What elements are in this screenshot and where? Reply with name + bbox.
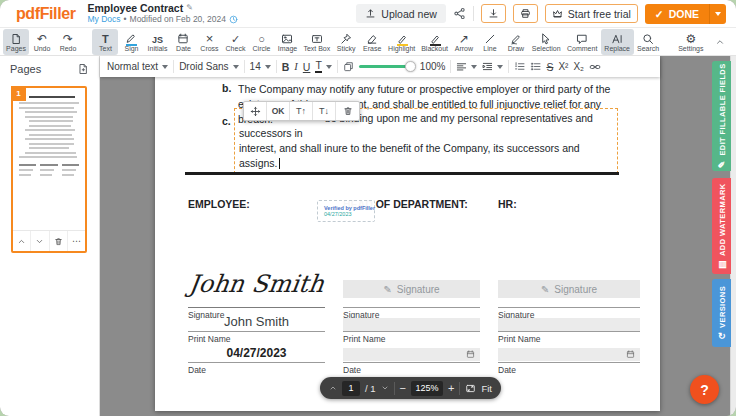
hod-date-field[interactable] — [343, 348, 480, 361]
hr-signature-field[interactable]: ✎ Signature — [498, 280, 640, 298]
page-thumbnail-card[interactable]: 1 — [11, 86, 87, 253]
tool-blackout[interactable]: Blackout — [418, 29, 451, 55]
document-page[interactable]: b. The Company may notify any future or … — [155, 56, 660, 411]
tool-sticky[interactable]: Sticky — [333, 29, 359, 55]
subscript-button[interactable]: X₂ — [573, 61, 584, 72]
done-dropdown-button[interactable] — [709, 4, 726, 24]
employee-heading: EMPLOYEE: — [188, 198, 325, 210]
pdffiller-logo[interactable]: pdfFiller — [16, 5, 76, 23]
font-size-dropdown[interactable]: 14 — [250, 61, 271, 72]
hod-signature-field[interactable]: ✎ Signature — [343, 280, 480, 298]
tab-add-watermark[interactable]: ▤ADD WATERMARK — [712, 178, 731, 274]
print-icon — [520, 8, 531, 19]
tool-text[interactable]: T Text — [92, 29, 118, 55]
employee-print-name-value[interactable]: John Smith — [188, 314, 325, 329]
modified-date: Modified on Feb 20, 2024 — [130, 15, 226, 24]
tool-initials[interactable]: JS Initials — [144, 29, 170, 55]
delete-field-button[interactable] — [336, 102, 359, 120]
tool-image[interactable]: Image — [274, 29, 300, 55]
hr-date-field[interactable] — [498, 348, 640, 361]
fit-icon — [465, 383, 476, 394]
fit-button[interactable]: Fit — [481, 383, 492, 394]
tool-erase[interactable]: Erase — [359, 29, 385, 55]
bullet-list-icon[interactable] — [530, 61, 541, 72]
hod-print-name-field[interactable] — [343, 318, 480, 331]
download-button[interactable] — [481, 4, 506, 23]
strikethrough-button[interactable]: S — [546, 61, 553, 73]
history-clock-icon[interactable] — [229, 15, 238, 24]
tool-undo[interactable]: ↶ Undo — [29, 29, 55, 55]
zoom-out-button[interactable]: − — [400, 382, 406, 394]
tool-date[interactable]: Date — [170, 29, 196, 55]
move-page-down-button[interactable] — [31, 231, 49, 251]
tool-check[interactable]: ✓ Check — [222, 29, 248, 55]
superscript-button[interactable]: X² — [558, 61, 568, 72]
tab-edit-fillable-fields[interactable]: ✎EDIT FILLABLE FIELDS — [712, 61, 731, 171]
tool-line[interactable]: Line — [477, 29, 503, 55]
italic-button[interactable]: I — [294, 61, 298, 72]
delete-page-button[interactable] — [50, 231, 68, 251]
tool-circle[interactable]: ○ Circle — [248, 29, 274, 55]
increase-font-button[interactable]: T↑ — [290, 102, 313, 120]
font-family-dropdown[interactable]: Droid Sans — [179, 61, 238, 72]
copy-style-icon[interactable] — [343, 61, 354, 72]
upload-new-button[interactable]: Upload new — [356, 4, 445, 23]
page-number-badge: 1 — [11, 86, 26, 101]
tab-versions[interactable]: ↻VERSIONS — [712, 279, 731, 347]
indent-dropdown[interactable] — [482, 61, 503, 72]
share-icon[interactable] — [453, 7, 466, 20]
link-icon[interactable] — [589, 61, 601, 73]
tool-draw[interactable]: Draw — [503, 29, 529, 55]
tool-arrow[interactable]: ↗ Arrow — [451, 29, 477, 55]
dot-separator: • — [124, 15, 127, 24]
bold-button[interactable]: B — [282, 61, 290, 73]
print-button[interactable] — [513, 4, 538, 23]
help-button[interactable]: ? — [690, 375, 719, 404]
feather-icon: ✎ — [383, 284, 391, 295]
move-field-button[interactable] — [244, 102, 267, 120]
tool-cross[interactable]: × Cross — [196, 29, 222, 55]
add-page-icon[interactable] — [77, 63, 89, 75]
tool-search[interactable]: Search — [634, 29, 663, 55]
my-docs-link[interactable]: My Docs — [88, 15, 121, 24]
document-info: Employee Contract ✎ My Docs • Modified o… — [88, 3, 238, 25]
slider-knob[interactable] — [405, 61, 416, 72]
hr-print-name-field[interactable] — [498, 318, 640, 331]
collapse-toolbar-chevron-icon[interactable] — [715, 37, 725, 47]
download-icon — [488, 8, 499, 19]
tool-comment[interactable]: Comment — [563, 29, 600, 55]
employee-signature-value[interactable]: John Smith — [186, 270, 327, 298]
next-page-button[interactable] — [381, 384, 389, 392]
current-page-input[interactable]: 1 — [342, 381, 360, 396]
start-free-trial-button[interactable]: Start free trial — [545, 4, 638, 23]
paragraph-style-dropdown[interactable]: Normal text — [107, 61, 168, 72]
previous-page-button[interactable] — [329, 384, 337, 392]
chevron-down-icon — [326, 65, 332, 69]
tool-redo[interactable]: ↷ Redo — [55, 29, 81, 55]
font-color-dropdown[interactable]: T — [315, 60, 331, 74]
tool-selection[interactable]: Selection — [529, 29, 564, 55]
tool-settings[interactable]: ⚙ Settings — [675, 29, 707, 55]
tool-replace[interactable]: Replace — [601, 29, 634, 55]
zoom-in-button[interactable]: + — [448, 382, 454, 394]
tool-sign[interactable]: Sign — [118, 29, 144, 55]
tool-pages[interactable]: Pages — [3, 29, 29, 55]
page-thumbnail-preview[interactable] — [13, 88, 85, 230]
done-button[interactable]: ✓ DONE — [645, 4, 709, 24]
move-page-up-button[interactable] — [13, 231, 31, 251]
zoom-level-input[interactable]: 125% — [411, 381, 443, 396]
decrease-font-button[interactable]: T↓ — [313, 102, 336, 120]
page-more-options-button[interactable]: ⋯ — [68, 231, 85, 251]
opacity-slider[interactable] — [359, 65, 411, 68]
underline-button[interactable]: U — [303, 61, 311, 73]
circle-icon: ○ — [258, 32, 265, 45]
edit-fields-icon: ✎ — [716, 159, 726, 169]
align-dropdown[interactable] — [456, 61, 477, 72]
employee-date-value[interactable]: 04/27/2023 — [188, 346, 325, 360]
tool-highlight[interactable]: Highlight — [385, 29, 418, 55]
numbered-list-icon[interactable] — [514, 61, 525, 72]
sticky-pin-icon — [340, 32, 352, 45]
ok-button[interactable]: OK — [267, 102, 290, 120]
tool-text-box[interactable]: Text Box — [300, 29, 333, 55]
rename-pencil-icon[interactable]: ✎ — [186, 4, 193, 13]
